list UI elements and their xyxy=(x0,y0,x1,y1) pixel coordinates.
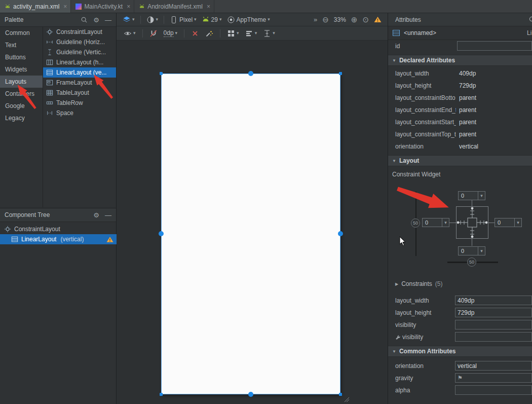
section-common-attributes[interactable]: ▼ Common Attributes xyxy=(388,346,532,357)
warning-icon xyxy=(106,236,113,243)
attribute-row: layout_height 729dp xyxy=(388,80,532,92)
android-icon xyxy=(5,4,11,10)
alpha-input[interactable] xyxy=(455,385,532,395)
palette-item-tablerow[interactable]: TableRow xyxy=(43,98,116,108)
horizontal-bias-badge[interactable]: 50 xyxy=(467,258,476,267)
orientation-input[interactable]: vertical xyxy=(455,361,532,371)
linearlayout-vertical-icon xyxy=(46,69,53,76)
constraint-anchor-top[interactable] xyxy=(248,71,253,76)
default-margins-button[interactable]: 0dp ▾ xyxy=(162,28,180,38)
guidelines-button[interactable]: ▾ xyxy=(261,28,277,39)
constraint-anchor-left[interactable] xyxy=(159,231,164,236)
minimize-icon[interactable]: — xyxy=(105,17,111,23)
section-layout[interactable]: ▼ Layout xyxy=(388,155,532,166)
zoom-level[interactable]: 33% xyxy=(332,15,348,24)
category-legacy[interactable]: Legacy xyxy=(0,112,43,124)
minimize-icon[interactable]: — xyxy=(105,212,111,218)
device-selector[interactable]: Pixel ▾ xyxy=(168,15,199,25)
section-declared-attributes[interactable]: ▼ Declared Attributes xyxy=(388,55,532,66)
component-type-clipped: Li xyxy=(527,29,531,36)
chevron-right-icon: ▶ xyxy=(395,282,398,286)
vertical-bias-badge[interactable]: 50 xyxy=(411,218,420,228)
palette-item-space[interactable]: Space xyxy=(43,108,116,118)
section-constraints[interactable]: ▶ Constraints (5) xyxy=(388,278,532,290)
category-common[interactable]: Common xyxy=(0,27,43,39)
layout-height-input[interactable]: 729dp xyxy=(455,308,532,317)
selection-handle-bottom-right[interactable] xyxy=(339,393,342,396)
search-icon[interactable] xyxy=(81,16,88,23)
linearlayout-vertical-icon xyxy=(11,236,18,243)
tab-androidmanifest-xml[interactable]: AndroidManifest.xml × xyxy=(134,0,214,13)
selection-handle-bottom-left[interactable] xyxy=(160,393,163,396)
margin-right-dropdown[interactable]: 0 ▾ xyxy=(495,218,522,227)
palette-title: Palette xyxy=(5,16,23,23)
tab-activity-main-xml[interactable]: activity_main.xml × xyxy=(0,0,71,13)
category-containers[interactable]: Containers xyxy=(0,88,43,100)
attribute-row-gravity: gravity ⚑ xyxy=(388,372,532,384)
visibility-input[interactable] xyxy=(455,320,532,329)
category-layouts[interactable]: Layouts xyxy=(0,76,43,88)
warnings-button[interactable] xyxy=(372,15,384,24)
category-text[interactable]: Text xyxy=(0,39,43,51)
component-icon xyxy=(392,29,400,37)
palette-item-constraintlayout[interactable]: ConstraintLayout xyxy=(43,27,116,37)
gear-icon[interactable]: ⚙ xyxy=(93,17,99,23)
close-icon[interactable]: × xyxy=(63,4,67,10)
constraint-anchor-right[interactable] xyxy=(338,231,343,236)
category-buttons[interactable]: Buttons xyxy=(0,51,43,63)
canvas-resize-handle[interactable] xyxy=(344,396,350,402)
palette-item-guideline-horizontal[interactable]: Guideline (Horiz... xyxy=(43,37,116,47)
theme-selector[interactable]: AppTheme ▾ xyxy=(225,15,272,25)
framelayout-icon xyxy=(46,79,53,86)
tree-item-linearlayout-vertical[interactable]: LinearLayout(vertical) xyxy=(0,234,117,244)
zoom-out-button[interactable]: ⊖ xyxy=(320,15,331,24)
attribute-row: layout_constraintTop_t parent xyxy=(388,128,532,140)
palette-item-tablelayout[interactable]: TableLayout xyxy=(43,88,116,98)
palette-header: Palette ⚙ — xyxy=(0,13,116,27)
category-widgets[interactable]: Widgets xyxy=(0,63,43,76)
infer-constraints-button[interactable] xyxy=(203,28,215,39)
tab-mainactivity-kt[interactable]: MainActivity.kt × xyxy=(71,0,134,13)
device-artboard[interactable] xyxy=(161,74,340,394)
pack-button[interactable]: ▾ xyxy=(225,28,241,39)
gravity-input[interactable]: ⚑ xyxy=(455,373,532,383)
attribute-row-orientation: orientation vertical xyxy=(388,360,532,372)
chevron-down-icon: ▼ xyxy=(392,159,396,163)
close-icon[interactable]: × xyxy=(127,4,130,10)
component-name: <unnamed> xyxy=(404,29,436,36)
zoom-in-button[interactable]: ⊕ xyxy=(349,15,360,24)
design-mode-button[interactable]: ▾ xyxy=(121,15,137,25)
category-google[interactable]: Google xyxy=(0,100,43,112)
zoom-fit-button[interactable]: ⊙ xyxy=(360,15,371,24)
view-options-button[interactable]: ▾ xyxy=(122,28,138,39)
selection-handle-top-right[interactable] xyxy=(339,72,342,75)
gear-icon[interactable]: ⚙ xyxy=(93,212,99,218)
search-icon[interactable] xyxy=(528,16,532,23)
margin-left-dropdown[interactable]: 0 ▾ xyxy=(422,218,449,227)
orientation-button[interactable]: ▾ xyxy=(144,15,161,25)
id-input[interactable] xyxy=(457,41,532,51)
constraint-widget[interactable] xyxy=(456,206,488,239)
api-selector[interactable]: 29 ▾ xyxy=(200,15,224,25)
palette-item-guideline-vertical[interactable]: Guideline (Vertic... xyxy=(43,47,116,57)
theme-icon xyxy=(227,16,235,24)
tree-item-constraintlayout[interactable]: ConstraintLayout xyxy=(0,224,117,234)
palette-item-linearlayout-vertical[interactable]: LinearLayout (ve... xyxy=(43,67,116,78)
autoconnect-button[interactable] xyxy=(147,28,160,39)
palette-item-linearlayout-horizontal[interactable]: LinearLayout (h... xyxy=(43,57,116,67)
clear-constraints-button[interactable] xyxy=(189,28,201,39)
margin-bottom-dropdown[interactable]: 0 ▾ xyxy=(458,246,485,255)
design-canvas[interactable] xyxy=(117,41,388,404)
selected-component-row[interactable]: <unnamed> Li xyxy=(388,26,532,40)
layout-width-input[interactable]: 409dp xyxy=(455,296,532,305)
magic-wand-icon xyxy=(205,29,213,38)
close-icon[interactable]: × xyxy=(207,4,210,10)
attributes-header: Attributes xyxy=(388,13,532,26)
selection-handle-top-left[interactable] xyxy=(160,72,163,75)
margin-top-dropdown[interactable]: 0 ▾ xyxy=(458,191,485,200)
palette-item-framelayout[interactable]: FrameLayout xyxy=(43,78,116,88)
align-button[interactable]: ▾ xyxy=(243,28,259,39)
constraint-anchor-bottom[interactable] xyxy=(248,392,253,397)
tools-visibility-input[interactable] xyxy=(455,332,532,342)
toolbar-overflow-button[interactable]: » xyxy=(312,15,319,24)
